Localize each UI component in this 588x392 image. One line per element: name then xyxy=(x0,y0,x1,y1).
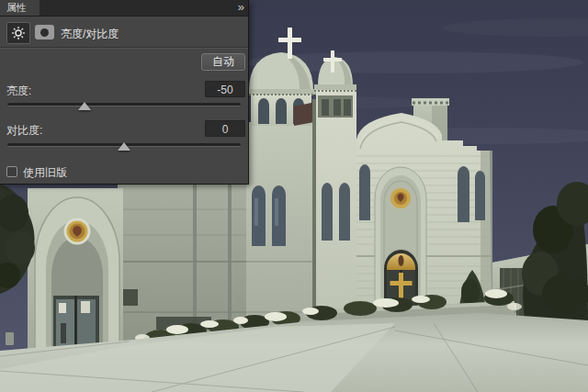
use-legacy-label: 使用旧版 xyxy=(23,165,67,181)
contrast-slider-track[interactable] xyxy=(7,143,241,147)
panel-titlebar: 属性 » xyxy=(0,0,248,17)
small-window xyxy=(123,289,138,306)
mask-icon-dot xyxy=(40,28,49,37)
contrast-slider-thumb[interactable] xyxy=(118,142,130,151)
brightness-slider-thumb[interactable] xyxy=(78,102,91,110)
adjustment-title: 亮度/对比度 xyxy=(61,27,119,42)
bollard xyxy=(6,332,14,345)
facade-window xyxy=(359,164,370,220)
mask-icon[interactable] xyxy=(35,25,54,39)
brightness-adjustment-icon xyxy=(6,22,30,44)
properties-panel: 属性 » 亮度/对比度 自动 亮度: -50 对比度: 0 使用旧版 xyxy=(0,0,249,185)
contrast-label: 对比度: xyxy=(6,123,42,139)
contrast-value-field[interactable]: 0 xyxy=(205,120,245,137)
facade-window xyxy=(458,166,469,222)
collapse-to-icons-icon[interactable]: » xyxy=(238,0,243,16)
facade-window xyxy=(475,171,485,220)
use-legacy-checkbox[interactable] xyxy=(6,166,17,177)
brightness-label: 亮度: xyxy=(6,84,31,99)
tab-properties[interactable]: 属性 xyxy=(0,0,40,16)
header-separator xyxy=(0,47,248,49)
brightness-value-field[interactable]: -50 xyxy=(205,81,245,97)
auto-button[interactable]: 自动 xyxy=(201,53,245,71)
brightness-slider-track[interactable] xyxy=(7,103,241,106)
left-portal xyxy=(28,188,123,364)
